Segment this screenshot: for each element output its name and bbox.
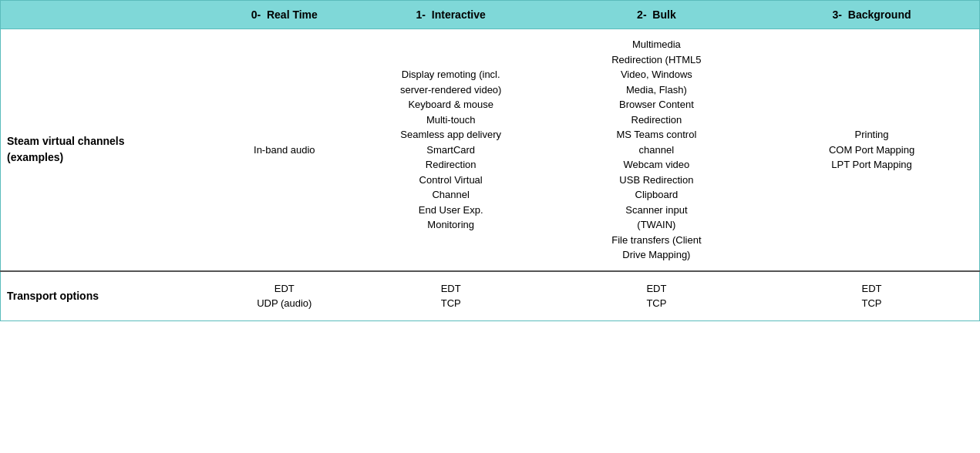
header-col-interactive: 1- Interactive (353, 1, 549, 29)
col0-label: Real Time (267, 8, 318, 21)
transport-realtime: EDT UDP (audio) (216, 271, 353, 321)
header-col-label (1, 1, 216, 29)
transport-background: EDT TCP (764, 271, 979, 321)
header-row: 0- Real Time 1- Interactive 2- Bulk 3- B… (1, 1, 980, 29)
col1-label: Interactive (432, 8, 486, 21)
header-col-bulk: 2- Bulk (549, 1, 764, 29)
header-col-realtime: 0- Real Time (216, 1, 353, 29)
col3-num: 3- (833, 8, 842, 21)
transport-bulk: EDT TCP (549, 271, 764, 321)
col1-num: 1- (416, 8, 426, 21)
main-table: 0- Real Time 1- Interactive 2- Bulk 3- B… (0, 0, 980, 321)
col2-label: Bulk (652, 8, 675, 21)
transport-row: Transport options EDT UDP (audio) EDT TC… (1, 271, 980, 321)
virtual-channels-label: Steam virtual channels(examples) (1, 29, 216, 271)
col2-num: 2- (637, 8, 646, 21)
col0-num: 0- (251, 8, 261, 21)
virtual-channels-realtime: In-band audio (216, 29, 353, 271)
col3-label: Background (848, 8, 911, 21)
virtual-channels-row: Steam virtual channels(examples) In-band… (1, 29, 980, 271)
header-col-background: 3- Background (764, 1, 979, 29)
virtual-channels-bulk: Multimedia Redirection (HTML5 Video, Win… (549, 29, 764, 271)
virtual-channels-background: Printing COM Port Mapping LPT Port Mappi… (764, 29, 979, 271)
transport-label: Transport options (1, 271, 216, 321)
virtual-channels-interactive: Display remoting (incl. server-rendered … (353, 29, 549, 271)
transport-interactive: EDT TCP (353, 271, 549, 321)
